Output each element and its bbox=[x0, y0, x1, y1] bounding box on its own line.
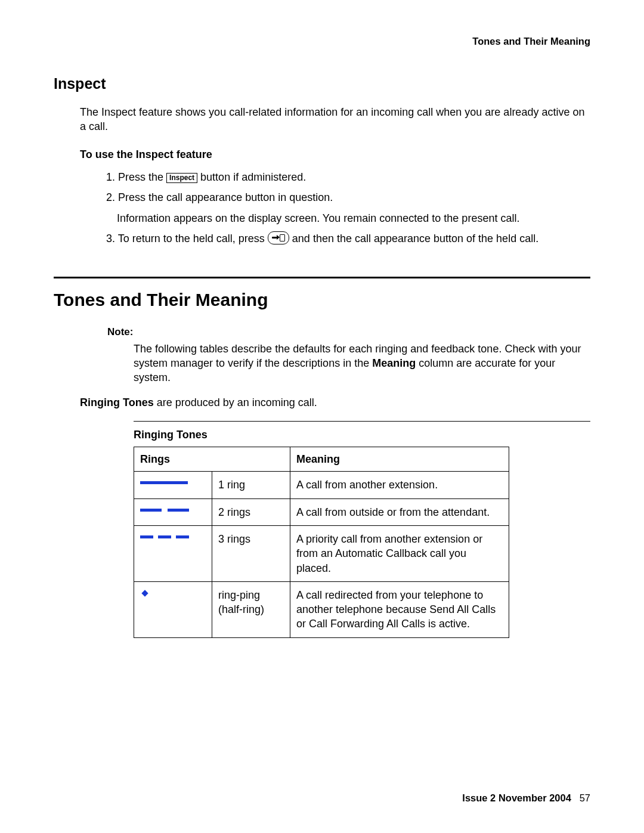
step-1b: button if administered. bbox=[200, 171, 306, 183]
running-header: Tones and Their Meaning bbox=[54, 35, 590, 48]
meaning-cell: A call from outside or from the attendan… bbox=[290, 498, 509, 525]
inspect-paragraph: The Inspect feature shows you call-relat… bbox=[80, 105, 590, 134]
table-row: 2 rings A call from outside or from the … bbox=[134, 498, 509, 525]
ringing-intro: Ringing Tones are produced by an incomin… bbox=[80, 395, 590, 410]
col-rings: Rings bbox=[134, 447, 290, 472]
step-3: 3. To return to the held call, press and… bbox=[106, 231, 590, 246]
section-tones-title: Tones and Their Meaning bbox=[54, 288, 590, 312]
footer-issue: Issue 2 November 2004 bbox=[462, 792, 571, 803]
inspect-button-icon: Inspect bbox=[166, 173, 197, 183]
hold-icon bbox=[268, 231, 289, 244]
table-top-rule bbox=[134, 421, 590, 422]
ring-pattern-ping-icon bbox=[140, 592, 191, 595]
step-3a: 3. To return to the held call, press bbox=[106, 233, 268, 244]
meaning-cell: A call redirected from your telephone to… bbox=[290, 581, 509, 637]
step-1a: 1. Press the bbox=[106, 171, 166, 183]
step-2-note: Information appears on the display scree… bbox=[117, 211, 590, 225]
table-row: 1 ring A call from another extension. bbox=[134, 472, 509, 498]
col-meaning: Meaning bbox=[290, 447, 509, 472]
ring-pattern-1-icon bbox=[140, 481, 191, 485]
table-header-row: Rings Meaning bbox=[134, 447, 509, 472]
page-footer: Issue 2 November 2004 57 bbox=[0, 791, 590, 804]
ringing-intro-rest: are produced by an incoming call. bbox=[154, 397, 317, 408]
meaning-cell: A priority call from another extension o… bbox=[290, 525, 509, 581]
rings-cell: 1 ring bbox=[212, 472, 290, 498]
ringing-intro-bold: Ringing Tones bbox=[80, 397, 154, 408]
step-2: 2. Press the call appearance button in q… bbox=[106, 190, 590, 205]
section-rule bbox=[54, 277, 590, 278]
inspect-subhead: To use the Inspect feature bbox=[80, 147, 590, 162]
rings-cell: 2 rings bbox=[212, 498, 290, 525]
ringing-tones-table: Rings Meaning 1 ring A call from another… bbox=[134, 447, 509, 638]
note-label: Note: bbox=[107, 326, 590, 339]
table-row: 3 rings A priority call from another ext… bbox=[134, 525, 509, 581]
ring-pattern-2-icon bbox=[140, 509, 191, 512]
table-title: Ringing Tones bbox=[134, 428, 590, 442]
ring-pattern-3-icon bbox=[140, 535, 191, 539]
note-bold: Meaning bbox=[372, 357, 416, 369]
rings-cell: ring-ping (half-ring) bbox=[212, 581, 290, 637]
table-row: ring-ping (half-ring) A call redirected … bbox=[134, 581, 509, 637]
step-3b: and then the call appearance button of t… bbox=[292, 233, 538, 244]
rings-cell: 3 rings bbox=[212, 525, 290, 581]
footer-page: 57 bbox=[580, 792, 590, 803]
step-1: 1. Press the Inspect button if administe… bbox=[106, 170, 590, 184]
meaning-cell: A call from another extension. bbox=[290, 472, 509, 498]
section-inspect-title: Inspect bbox=[54, 74, 590, 94]
note-body: The following tables describe the defaul… bbox=[134, 342, 590, 385]
